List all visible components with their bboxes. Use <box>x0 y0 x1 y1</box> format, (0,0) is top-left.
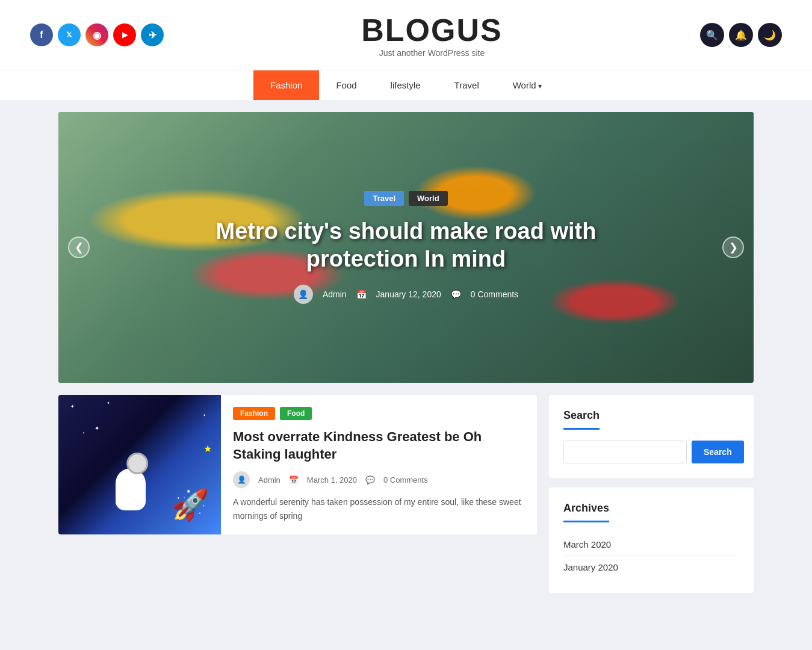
slider-next-button[interactable]: ❯ <box>722 237 744 258</box>
social-icons: f 𝕏 ◉ ▶ ✈ <box>30 23 164 46</box>
article-author-avatar: 👤 <box>233 471 250 488</box>
slider-author: Admin <box>323 289 347 299</box>
hero-slider: Travel World Metro city's should make ro… <box>58 112 754 383</box>
article-tag-fashion[interactable]: Fashion <box>233 407 275 420</box>
article-tags: Fashion Food <box>233 407 525 420</box>
archives-widget-title: Archives <box>563 502 609 522</box>
search-button-sidebar[interactable]: Search <box>692 441 744 463</box>
search-button[interactable]: 🔍 <box>700 23 724 47</box>
header-actions: 🔍 🔔 🌙 <box>700 23 782 47</box>
slider-tags: Travel World <box>196 191 617 206</box>
article-date: March 1, 2020 <box>307 475 357 484</box>
article-calendar-icon: 📅 <box>289 475 299 484</box>
slider-meta: 👤 Admin 📅 January 12, 2020 💬 0 Comments <box>196 285 617 304</box>
facebook-icon[interactable]: f <box>30 23 53 46</box>
slider-calendar-icon: 📅 <box>356 289 367 299</box>
twitter-icon[interactable]: 𝕏 <box>58 23 81 46</box>
archive-item-march[interactable]: March 2020 <box>563 533 739 556</box>
article-body: Fashion Food Most overrate Kindness Grea… <box>233 395 537 534</box>
search-input[interactable] <box>563 441 687 463</box>
nav-item-fashion[interactable]: Fashion <box>253 70 319 100</box>
article-meta: 👤 Admin 📅 March 1, 2020 💬 0 Comments <box>233 471 525 488</box>
slider-comments: 0 Comments <box>471 289 518 299</box>
youtube-icon[interactable]: ▶ <box>113 23 136 46</box>
notifications-button[interactable]: 🔔 <box>729 23 753 47</box>
astro-illustration: ✦ ✦ ✦ ✦ 🚀 ★ ✦ <box>58 395 221 534</box>
article-excerpt: A wonderful serenity has taken possessio… <box>233 495 525 522</box>
slider-background: Travel World Metro city's should make ro… <box>58 112 754 383</box>
archive-item-january[interactable]: January 2020 <box>563 556 739 578</box>
slider-title[interactable]: Metro city's should make road with prote… <box>196 218 617 273</box>
article-comments: 0 Comments <box>383 475 428 484</box>
article-card: ✦ ✦ ✦ ✦ 🚀 ★ ✦ Fashion <box>58 395 537 534</box>
nav-item-food[interactable]: Food <box>319 70 373 100</box>
nav-item-lifestyle[interactable]: lifestyle <box>374 70 438 100</box>
nav-item-world[interactable]: World <box>496 70 559 100</box>
main-nav: Fashion Food lifestyle Travel World <box>0 70 812 100</box>
site-logo: BLOGUS Just another WordPress site <box>361 12 502 58</box>
nav-item-travel[interactable]: Travel <box>438 70 496 100</box>
article-area: ✦ ✦ ✦ ✦ 🚀 ★ ✦ Fashion <box>58 395 537 602</box>
slider-date: January 12, 2020 <box>376 289 441 299</box>
main-content: ✦ ✦ ✦ ✦ 🚀 ★ ✦ Fashion <box>58 395 754 627</box>
article-comment-icon: 💬 <box>365 475 375 484</box>
slider-content: Travel World Metro city's should make ro… <box>196 191 617 304</box>
darkmode-button[interactable]: 🌙 <box>758 23 782 47</box>
slider-tag-travel[interactable]: Travel <box>364 191 404 206</box>
slider-tag-world[interactable]: World <box>409 191 448 206</box>
search-row: Search <box>563 441 739 463</box>
search-widget-title: Search <box>563 409 600 430</box>
header: f 𝕏 ◉ ▶ ✈ BLOGUS Just another WordPress … <box>0 0 812 70</box>
article-title[interactable]: Most overrate Kindness Greatest be Oh St… <box>233 429 525 463</box>
sidebar: Search Search Archives March 2020 Januar… <box>549 395 754 602</box>
slider-comment-icon: 💬 <box>451 289 461 299</box>
search-widget: Search Search <box>549 395 754 478</box>
site-title[interactable]: BLOGUS <box>361 12 502 48</box>
slider-prev-button[interactable]: ❮ <box>68 237 90 258</box>
instagram-icon[interactable]: ◉ <box>85 23 108 46</box>
archives-widget: Archives March 2020 January 2020 <box>549 488 754 593</box>
telegram-icon[interactable]: ✈ <box>141 23 164 46</box>
article-tag-food[interactable]: Food <box>280 407 312 420</box>
article-author: Admin <box>258 475 280 484</box>
article-thumbnail: ✦ ✦ ✦ ✦ 🚀 ★ ✦ <box>58 395 221 534</box>
site-tagline: Just another WordPress site <box>361 48 502 58</box>
slider-author-avatar: 👤 <box>294 285 313 304</box>
